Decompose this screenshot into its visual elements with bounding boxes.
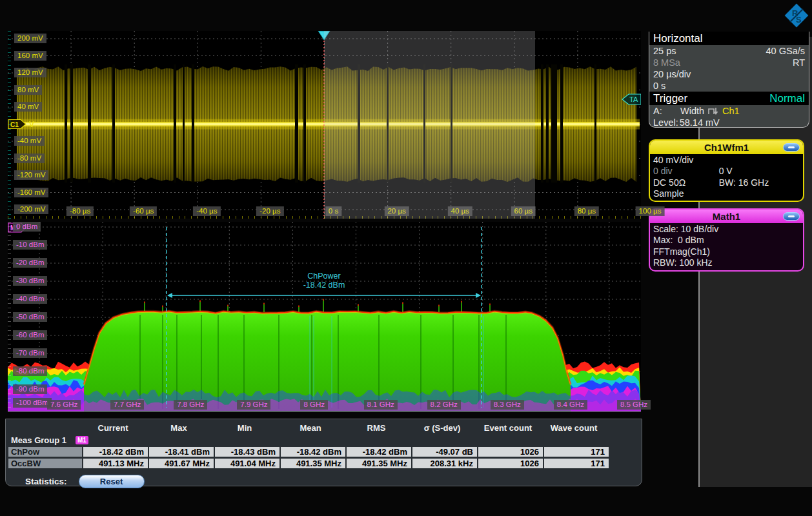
- math1-max-value: Max: 0 dBm: [653, 235, 704, 245]
- ch1-scale-row: 40 mV/div: [650, 154, 803, 166]
- horizontal-panel-title[interactable]: Horizontal: [649, 32, 809, 45]
- ch1-decimation-row: Sample: [650, 188, 803, 200]
- timebase-position-value: 0 s: [653, 81, 665, 91]
- ch1-coupling-value: DC 50Ω: [653, 177, 685, 188]
- amplitude-unit-label: V: [29, 120, 34, 129]
- minimize-icon[interactable]: [783, 212, 800, 221]
- frequency-axis-label: 8.2 GHz: [427, 400, 461, 410]
- statistics-row: Statistics: Reset: [25, 475, 642, 488]
- frequency-axis-label: 7.6 GHz: [47, 400, 81, 410]
- rohde-schwarz-logo: R S: [782, 1, 811, 30]
- amplitude-axis-label: 40 mV: [14, 102, 42, 112]
- meas-group-m1-badge[interactable]: M1: [76, 436, 88, 444]
- dbm-axis-label: -80 dBm: [13, 366, 47, 376]
- dbm-axis-label: -20 dBm: [13, 258, 47, 268]
- measurement-row-chpow[interactable]: ChPow-18.42 dBm-18.41 dBm-18.43 dBm-18.4…: [8, 446, 642, 457]
- amplitude-axis-label: -200 mV: [14, 204, 48, 214]
- time-axis-label: 40 µs: [448, 206, 472, 216]
- frequency-axis-label: 8.5 GHz: [617, 400, 651, 410]
- amplitude-axis-label: -160 mV: [14, 188, 48, 197]
- measurement-results-table[interactable]: CurrentMaxMinMeanRMSσ (S-dev)Event count…: [5, 419, 642, 486]
- trigger-title-label: Trigger: [653, 92, 687, 105]
- amplitude-axis-label: -40 mV: [14, 136, 45, 146]
- time-domain-diagram[interactable]: C1VTA 200 mV160 mV120 mV80 mV40 mV-40 mV…: [8, 31, 641, 219]
- ch1-waveform-infobox[interactable]: Ch1Wfm1 40 mV/div 0 div 0 V DC 50Ω BW: 1…: [649, 139, 804, 202]
- time-axis-label: 80 µs: [574, 206, 599, 216]
- time-axis-label: -20 µs: [256, 206, 283, 216]
- trigger-row-type: A: Width Ch1: [649, 105, 809, 117]
- svg-text:TA: TA: [629, 95, 638, 103]
- spectrum-diagram[interactable]: ChPower-18.42 dBmM1 0 dBm-10 dBm-20 dBm-…: [8, 222, 641, 412]
- meas-group-row[interactable]: Meas Group 1 M1: [8, 435, 642, 446]
- table-column-header: Current: [81, 423, 145, 433]
- trigger-event-label: A:: [653, 106, 680, 116]
- measurement-value: 171: [544, 459, 609, 468]
- trigger-position-icon[interactable]: [318, 31, 330, 40]
- frequency-axis-label: 8.3 GHz: [491, 400, 524, 410]
- svg-text:S: S: [796, 15, 802, 25]
- math1-max-row: Max: 0 dBm: [650, 235, 803, 246]
- horizontal-title-label: Horizontal: [653, 32, 703, 45]
- measurement-value: 491.04 MHz: [215, 459, 279, 468]
- chpower-annotation-value: -18.42 dBm: [303, 281, 345, 290]
- frequency-axis-label: 8 GHz: [300, 400, 328, 410]
- pulse-width-icon: [708, 106, 720, 116]
- ch1-bandwidth-value: BW: 16 GHz: [719, 177, 769, 188]
- chpower-annotation-label: ChPower: [307, 272, 340, 281]
- trigger-panel-title[interactable]: Trigger Normal: [649, 92, 809, 105]
- table-header-row: CurrentMaxMinMeanRMSσ (S-dev)Event count…: [8, 422, 642, 433]
- math1-rbw-row: RBW: 100 kHz: [650, 257, 803, 269]
- ch1-decimation-value: Sample: [653, 188, 684, 199]
- table-column-header: Event count: [476, 423, 540, 433]
- dbm-axis-label: -30 dBm: [13, 276, 47, 286]
- measurement-row-occbw[interactable]: OccBW491.13 MHz491.67 MHz491.04 MHz491.3…: [8, 458, 642, 469]
- math1-infobox-header[interactable]: Math1: [650, 210, 803, 223]
- measurement-value: -18.41 dBm: [149, 447, 214, 457]
- horizontal-row-record: 8 MSa RT: [649, 57, 809, 68]
- dbm-axis-label: -40 dBm: [13, 294, 47, 304]
- time-axis-label: 100 µs: [636, 206, 665, 216]
- ch1-infobox-title: Ch1Wfm1: [704, 142, 749, 153]
- measurement-value: 208.31 kHz: [412, 459, 477, 468]
- table-column-header: Wave count: [542, 423, 606, 433]
- ch1-position-row: 0 div 0 V: [650, 166, 803, 177]
- ch1-infobox-header[interactable]: Ch1Wfm1: [650, 141, 803, 154]
- horizontal-row-position: 0 s: [649, 80, 809, 92]
- measurement-value: -18.42 dBm: [347, 447, 411, 457]
- amplitude-axis-label: -120 mV: [14, 170, 48, 180]
- minimize-icon[interactable]: [783, 143, 800, 152]
- record-length-value: 8 MSa: [653, 57, 680, 68]
- measurement-value: 171: [544, 447, 609, 457]
- svg-text:C1: C1: [10, 121, 19, 128]
- dbm-axis-label: 0 dBm: [13, 222, 41, 232]
- table-column-header: Mean: [278, 423, 343, 433]
- reset-statistics-button[interactable]: Reset: [79, 475, 145, 488]
- math1-scale-value: Scale: 10 dB/div: [653, 224, 718, 234]
- statistics-label: Statistics:: [25, 477, 67, 486]
- horizontal-trigger-panel[interactable]: Horizontal 25 ps 40 GSa/s 8 MSa RT 20 µs…: [649, 32, 809, 128]
- trigger-row-level: Level: 58.14 mV: [649, 117, 809, 128]
- frequency-axis-label: 8.1 GHz: [364, 400, 398, 410]
- resolution-value: 25 ps: [653, 46, 676, 56]
- math1-scale-row: Scale: 10 dB/div: [650, 223, 803, 235]
- horizontal-row-scale: 20 µs/div: [649, 68, 809, 80]
- math1-infobox[interactable]: Math1 Scale: 10 dB/div Max: 0 dBm FFTmag…: [649, 208, 804, 272]
- measurement-value: -18.42 dBm: [281, 447, 345, 457]
- trigger-source-value: Ch1: [722, 106, 740, 116]
- dbm-axis-label: -70 dBm: [13, 348, 47, 358]
- measurement-name: OccBW: [8, 459, 82, 468]
- table-column-header: Min: [212, 423, 277, 433]
- trigger-level-label: Level:: [653, 117, 678, 128]
- dbm-axis-label: -90 dBm: [13, 384, 47, 394]
- dbm-axis-label: -10 dBm: [13, 240, 47, 250]
- time-axis-label: -40 µs: [193, 206, 220, 216]
- meas-group-label: Meas Group 1: [8, 435, 66, 445]
- math1-rbw-value: RBW: 100 kHz: [653, 257, 713, 268]
- measurement-value: 1026: [478, 459, 543, 468]
- frequency-axis-label: 7.8 GHz: [174, 400, 207, 410]
- table-column-header: Max: [147, 423, 211, 433]
- trigger-type-value: Width: [680, 106, 704, 116]
- time-axis-label: 20 µs: [384, 206, 409, 216]
- math1-function-value: FFTmag(Ch1): [653, 246, 710, 257]
- measurement-value: 491.35 MHz: [347, 459, 411, 468]
